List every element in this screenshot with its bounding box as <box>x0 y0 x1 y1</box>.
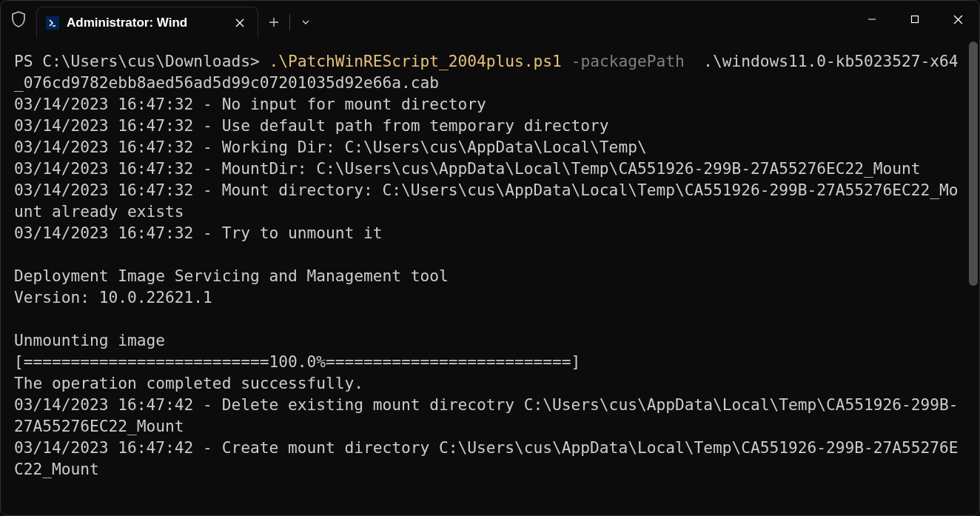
terminal-line: PS C:\Users\cus\Downloads> .\PatchWinRES… <box>14 50 966 93</box>
title-bar: Administrator: Wind <box>1 1 979 38</box>
terminal-line: 03/14/2023 16:47:42 - Create mount direc… <box>14 437 966 480</box>
app-shield-icon <box>1 1 36 38</box>
window-controls <box>850 1 979 38</box>
terminal-text-segment: 03/14/2023 16:47:32 - MountDir: C:\Users… <box>14 159 921 178</box>
scrollbar-thumb[interactable] <box>969 41 978 286</box>
maximize-button[interactable] <box>893 4 936 34</box>
terminal-text-segment: [==========================100.0%=======… <box>14 352 580 371</box>
terminal-line: 03/14/2023 16:47:42 - Delete existing mo… <box>14 394 966 437</box>
tab-title: Administrator: Wind <box>67 16 225 30</box>
scrollbar-track[interactable] <box>969 41 978 286</box>
terminal-text-segment: 03/14/2023 16:47:42 - Create mount direc… <box>14 438 959 478</box>
terminal-text-segment: 03/14/2023 16:47:32 - Mount directory: C… <box>14 181 959 221</box>
tab-active[interactable]: Administrator: Wind <box>36 7 258 38</box>
terminal-line: 03/14/2023 16:47:32 - Working Dir: C:\Us… <box>14 136 966 158</box>
terminal-line <box>14 308 966 329</box>
terminal-text-segment: Unmounting image <box>14 331 165 349</box>
tab-dropdown-button[interactable] <box>290 18 321 27</box>
tab-close-button[interactable] <box>232 16 247 30</box>
terminal-text-segment <box>562 52 571 70</box>
terminal-line: 03/14/2023 16:47:32 - Mount directory: C… <box>14 179 966 222</box>
terminal-text-segment: The operation completed successfully. <box>14 374 363 392</box>
terminal-line: 03/14/2023 16:47:32 - No input for mount… <box>14 93 966 115</box>
terminal-text-segment: PS C:\Users\cus\Downloads> <box>14 52 269 70</box>
terminal-text-segment: .\PatchWinREScript_2004plus.ps1 <box>269 52 561 70</box>
terminal-line: Deployment Image Servicing and Managemen… <box>14 265 966 287</box>
terminal-line: Unmounting image <box>14 329 966 351</box>
terminal-line: 03/14/2023 16:47:32 - MountDir: C:\Users… <box>14 158 966 179</box>
terminal-line: The operation completed successfully. <box>14 372 966 394</box>
svg-rect-0 <box>912 16 919 23</box>
terminal-line: 03/14/2023 16:47:32 - Use default path f… <box>14 115 966 136</box>
title-bar-left: Administrator: Wind <box>1 1 321 38</box>
terminal-output[interactable]: PS C:\Users\cus\Downloads> .\PatchWinRES… <box>1 41 979 515</box>
terminal-text-segment: Deployment Image Servicing and Managemen… <box>14 267 449 285</box>
terminal-line <box>14 244 966 265</box>
terminal-line: [==========================100.0%=======… <box>14 351 966 372</box>
terminal-text-segment: 03/14/2023 16:47:32 - Use default path f… <box>14 116 609 135</box>
terminal-text-segment: 03/14/2023 16:47:32 - Try to unmount it <box>14 224 382 242</box>
terminal-text-segment: 03/14/2023 16:47:42 - Delete existing mo… <box>14 395 959 435</box>
minimize-button[interactable] <box>850 4 893 34</box>
terminal-text-segment: 03/14/2023 16:47:32 - Working Dir: C:\Us… <box>14 138 647 156</box>
terminal-line: Version: 10.0.22621.1 <box>14 287 966 308</box>
new-tab-button[interactable] <box>258 17 289 27</box>
terminal-line: 03/14/2023 16:47:32 - Try to unmount it <box>14 222 966 244</box>
terminal-text-segment: 03/14/2023 16:47:32 - No input for mount… <box>14 95 486 113</box>
powershell-icon <box>46 16 59 30</box>
terminal-text-segment: Version: 10.0.22621.1 <box>14 288 212 306</box>
terminal-text-segment: -packagePath <box>571 52 685 70</box>
close-button[interactable] <box>936 4 979 34</box>
